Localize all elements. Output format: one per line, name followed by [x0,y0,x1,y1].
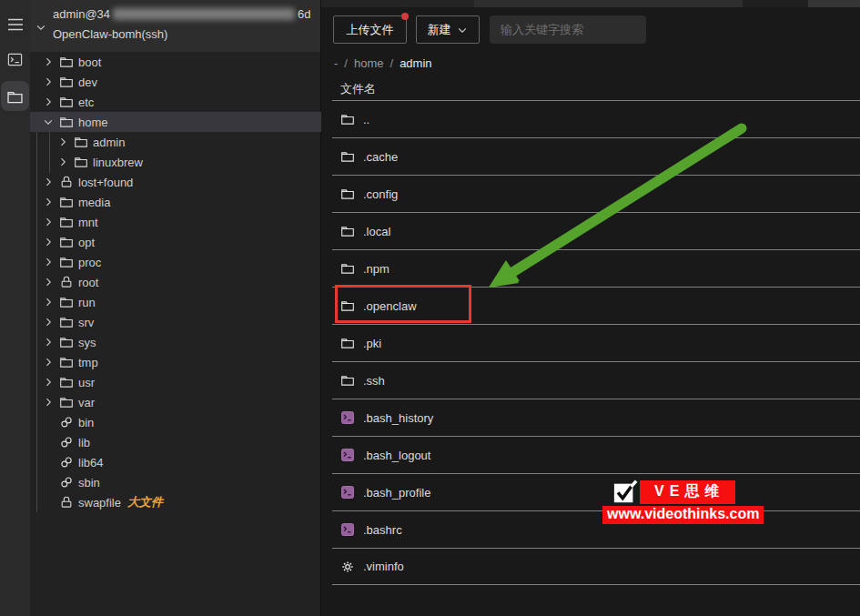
file-explorer-icon[interactable] [0,82,30,111]
chevron-right-icon[interactable] [41,375,56,389]
tree-item-tmp[interactable]: tmp [30,352,321,372]
folder-icon [59,95,74,109]
tree-item-lost+found[interactable]: lost+found [30,172,321,192]
connection-header[interactable]: admin@346d OpenClaw-bomh(ssh) [30,0,320,52]
tree-item-sys[interactable]: sys [30,332,321,352]
chevron-right-icon[interactable] [56,155,70,169]
file-row-ssh[interactable]: .ssh [332,361,860,399]
file-row-openclaw[interactable]: .openclaw [332,287,860,324]
file-tree: bootdevetchomeadminlinuxbrewlost+foundme… [30,52,321,512]
tree-item-mnt[interactable]: mnt [30,212,321,232]
top-strip-segment [474,0,743,7]
file-panel: 上传文件 新建 - / home / admin 文件名 ...cache.co… [321,0,860,616]
tree-item-var[interactable]: var [30,392,321,412]
tree-item-label: tmp [78,356,98,369]
file-row-cache[interactable]: .cache [332,137,860,175]
account-prefix: admin@34 [53,7,110,21]
tree-item-lib[interactable]: lib [30,432,321,452]
terminal-icon[interactable] [0,49,30,69]
tree-item-linuxbrew[interactable]: linuxbrew [30,152,321,172]
tree-item-label: lib [78,436,90,449]
chevron-right-icon[interactable] [41,355,56,369]
tree-item-label: root [78,276,98,289]
menu-icon[interactable] [0,15,30,34]
file-row-parent-dir[interactable]: .. [332,100,860,137]
chevron-right-icon[interactable] [41,295,56,309]
breadcrumb-root[interactable]: - [334,56,338,70]
tree-item-dev[interactable]: dev [30,72,321,92]
lock-icon [59,275,74,289]
chevron-right-icon[interactable] [41,315,56,329]
chevron-right-icon[interactable] [41,75,56,89]
file-row-bash_profile[interactable]: .bash_profile [332,473,860,510]
file-row-npm[interactable]: .npm [332,249,860,287]
upload-file-label: 上传文件 [347,22,394,38]
chevron-right-icon[interactable] [41,275,56,289]
tree-item-opt[interactable]: opt [30,232,321,252]
chevron-right-icon[interactable] [56,135,70,149]
chevron-right-icon[interactable] [41,195,56,209]
top-strip-segment [743,0,808,7]
search-input[interactable] [490,15,646,44]
folder-icon [340,112,355,126]
chevron-down-icon[interactable] [35,21,47,36]
account-redaction-blur [113,8,295,20]
chevron-right-icon[interactable] [41,335,56,349]
tree-item-label: sbin [78,476,100,490]
tree-item-label: usr [78,376,95,389]
chevron-right-icon[interactable] [41,95,56,109]
tree-item-label: mnt [78,216,98,229]
tree-item-label: etc [78,96,94,109]
chevron-spacer [41,495,56,510]
folder-icon [340,373,355,388]
folder-icon [59,295,74,309]
file-row-bash_logout[interactable]: .bash_logout [332,436,860,473]
tree-item-label: admin [93,136,125,149]
chevron-right-icon[interactable] [41,255,56,269]
folder-icon [59,375,74,389]
chevron-right-icon[interactable] [41,235,56,249]
file-row-viminfo[interactable]: .viminfo [332,548,860,585]
file-row-local[interactable]: .local [332,212,860,249]
new-button[interactable]: 新建 [416,15,480,44]
tree-item-admin[interactable]: admin [30,132,321,152]
file-name: .viminfo [363,560,404,573]
tree-item-bin[interactable]: bin [30,412,321,432]
file-row-bashrc[interactable]: .bashrc [332,510,860,548]
connection-name: OpenClaw-bomh(ssh) [53,27,167,41]
breadcrumb: - / home / admin [334,56,440,70]
breadcrumb-home[interactable]: home [354,56,384,70]
chevron-right-icon[interactable] [41,175,56,189]
tree-item-run[interactable]: run [30,292,321,312]
tree-item-swapfile[interactable]: swapfile大文件 [30,492,321,512]
file-name: .bash_profile [363,486,430,500]
chevron-right-icon[interactable] [41,395,56,409]
file-row-config[interactable]: .config [332,175,860,212]
tree-item-label: opt [78,236,95,249]
tree-item-media[interactable]: media [30,192,321,212]
indent-guide [49,132,50,173]
tree-item-root[interactable]: root [30,272,321,292]
tree-item-sbin[interactable]: sbin [30,472,321,492]
chevron-right-icon[interactable] [41,55,56,69]
tree-item-proc[interactable]: proc [30,252,321,272]
folder-icon [340,298,355,313]
toolbar: 上传文件 新建 [333,15,646,44]
chevron-down-icon[interactable] [41,115,56,129]
tree-item-srv[interactable]: srv [30,312,321,332]
top-strip-scrollbar[interactable] [808,0,860,7]
upload-file-button[interactable]: 上传文件 [333,15,407,44]
tree-item-home[interactable]: home [30,112,321,132]
tree-item-etc[interactable]: etc [30,92,321,112]
file-name: .ssh [363,374,385,388]
chevron-right-icon[interactable] [41,215,56,229]
file-row-bash_history[interactable]: .bash_history [332,399,860,436]
tree-item-label: dev [78,76,97,89]
tree-item-boot[interactable]: boot [30,52,321,72]
tree-item-usr[interactable]: usr [30,372,321,392]
folder-icon [340,261,355,276]
chevron-down-icon [456,24,469,36]
tree-item-lib64[interactable]: lib64 [30,452,321,472]
file-row-pki[interactable]: .pki [332,324,860,361]
folder-icon [59,335,74,349]
